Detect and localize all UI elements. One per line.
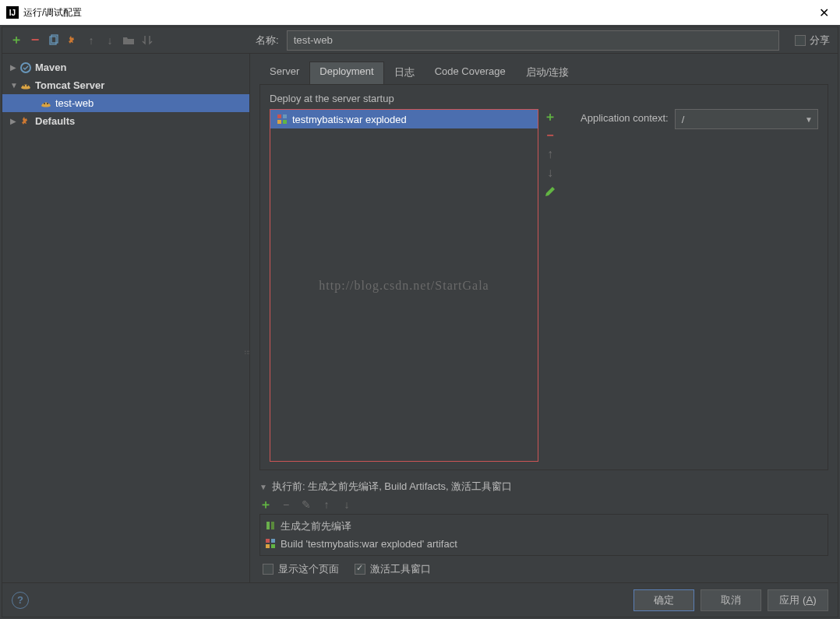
task-list: 生成之前先编译 Build 'testmybatis:war exploded'… <box>259 514 828 556</box>
config-details: Server Deployment 日志 Code Coverage 启动/连接… <box>250 54 838 582</box>
apply-button[interactable]: 应用 (A) <box>768 589 828 611</box>
svg-rect-11 <box>266 522 270 529</box>
tree-label: Defaults <box>35 115 75 127</box>
context-label: Application context: <box>581 109 669 124</box>
watermark-text: http://blog.csdn.net/StartGala <box>319 279 489 293</box>
apply-suffix: ) <box>813 594 816 606</box>
svg-point-6 <box>47 103 48 104</box>
tree-label: Tomcat Server <box>35 79 104 91</box>
expand-icon: ▶ <box>10 63 19 72</box>
config-tree: ▶ Maven ▼ Tomcat Server <box>2 54 250 582</box>
activate-tool-checkbox[interactable]: 激活工具窗口 <box>355 562 431 576</box>
checkbox-checked-icon <box>355 564 365 575</box>
share-checkbox[interactable]: 分享 <box>795 33 830 47</box>
close-icon[interactable]: ✕ <box>814 5 834 20</box>
activate-tool-label: 激活工具窗口 <box>370 562 431 576</box>
copy-config-icon[interactable] <box>48 34 60 47</box>
tab-deployment[interactable]: Deployment <box>309 62 383 84</box>
artifact-up-icon[interactable]: ↑ <box>544 148 556 160</box>
share-label: 分享 <box>810 33 830 47</box>
tab-logs[interactable]: 日志 <box>384 62 425 84</box>
edit-task-icon[interactable]: ✎ <box>300 498 312 511</box>
task-down-icon[interactable]: ↓ <box>341 498 353 511</box>
collapse-icon: ▼ <box>259 483 267 491</box>
svg-rect-8 <box>283 114 287 118</box>
artifact-icon <box>265 538 276 549</box>
svg-rect-10 <box>283 120 287 124</box>
artifact-icon <box>277 114 288 125</box>
name-label: 名称: <box>256 33 279 47</box>
before-launch-header[interactable]: ▼ 执行前: 生成之前先编译, Build Artifacts, 激活工具窗口 <box>259 480 828 494</box>
ok-button[interactable]: 确定 <box>634 589 694 611</box>
cancel-button[interactable]: 取消 <box>701 589 761 611</box>
tab-startup[interactable]: 启动/连接 <box>516 62 580 84</box>
task-up-icon[interactable]: ↑ <box>320 498 333 511</box>
settings-icon[interactable] <box>66 34 79 47</box>
svg-rect-15 <box>266 544 270 548</box>
name-input[interactable] <box>287 30 779 51</box>
move-up-icon[interactable]: ↑ <box>85 34 97 47</box>
svg-rect-7 <box>277 114 281 118</box>
svg-rect-16 <box>271 544 275 548</box>
artifact-item[interactable]: testmybatis:war exploded <box>270 110 538 128</box>
task-row[interactable]: Build 'testmybatis:war exploded' artifac… <box>260 535 828 552</box>
move-down-icon[interactable]: ↓ <box>104 34 116 47</box>
before-launch-section: ▼ 执行前: 生成之前先编译, Build Artifacts, 激活工具窗口 … <box>259 480 828 582</box>
splitter-handle[interactable]: ⠿ <box>242 350 250 355</box>
tabs: Server Deployment 日志 Code Coverage 启动/连接 <box>259 62 828 85</box>
context-value: / <box>682 114 685 125</box>
task-row[interactable]: 生成之前先编译 <box>260 518 828 535</box>
task-label: 生成之前先编译 <box>281 519 351 533</box>
expand-icon: ▶ <box>10 117 19 125</box>
window-title: 运行/调试配置 <box>23 6 814 19</box>
collapse-icon: ▼ <box>10 81 19 90</box>
tomcat-icon <box>40 97 52 110</box>
svg-point-5 <box>44 103 45 104</box>
tree-label: Maven <box>35 62 66 73</box>
tab-server[interactable]: Server <box>259 62 309 84</box>
toolbar: ＋ − ↑ ↓ 名称: <box>2 27 838 54</box>
deploy-section-label: Deploy at the server startup <box>270 93 818 104</box>
sort-icon[interactable] <box>141 34 154 47</box>
svg-point-3 <box>23 85 25 86</box>
folder-icon[interactable] <box>122 34 135 47</box>
svg-rect-14 <box>271 539 275 543</box>
deployment-panel: Deploy at the server startup testmybatis… <box>259 85 828 470</box>
svg-point-4 <box>26 85 28 86</box>
before-launch-title: 执行前: 生成之前先编译, Build Artifacts, 激活工具窗口 <box>272 480 512 494</box>
checkbox-icon <box>263 564 274 575</box>
help-icon[interactable]: ? <box>12 592 29 609</box>
app-icon: IJ <box>6 6 19 19</box>
tab-coverage[interactable]: Code Coverage <box>425 62 516 84</box>
maven-icon <box>19 62 32 74</box>
footer: ? 确定 取消 应用 (A) <box>2 582 838 617</box>
tree-node-maven[interactable]: ▶ Maven <box>2 58 249 76</box>
tree-node-defaults[interactable]: ▶ Defaults <box>2 112 249 130</box>
apply-mnemonic: A <box>806 594 813 606</box>
artifact-label: testmybatis:war exploded <box>292 114 407 125</box>
tree-node-testweb[interactable]: test-web <box>2 94 249 112</box>
svg-rect-12 <box>271 522 274 529</box>
artifact-tools: ＋ − ↑ ↓ <box>542 109 559 462</box>
task-label: Build 'testmybatis:war exploded' artifac… <box>281 538 457 550</box>
edit-artifact-icon[interactable] <box>544 185 556 198</box>
remove-artifact-icon[interactable]: − <box>544 129 556 142</box>
show-page-checkbox[interactable]: 显示这个页面 <box>263 562 339 576</box>
apply-prefix: 应用 ( <box>779 593 806 607</box>
add-config-icon[interactable]: ＋ <box>10 34 23 47</box>
artifact-down-icon[interactable]: ↓ <box>544 167 556 179</box>
tomcat-icon <box>19 79 32 92</box>
wrench-icon <box>19 115 32 128</box>
remove-task-icon[interactable]: − <box>280 498 292 511</box>
add-artifact-icon[interactable]: ＋ <box>544 111 556 123</box>
chevron-down-icon: ▼ <box>805 115 813 124</box>
add-task-icon[interactable]: ＋ <box>259 498 272 511</box>
context-select[interactable]: / ▼ <box>675 109 818 129</box>
artifact-list[interactable]: testmybatis:war exploded http://blog.csd… <box>270 109 538 462</box>
tree-label: test-web <box>55 97 94 109</box>
tree-node-tomcat[interactable]: ▼ Tomcat Server <box>2 76 249 94</box>
svg-rect-9 <box>277 120 281 124</box>
titlebar: IJ 运行/调试配置 ✕ <box>0 0 840 25</box>
svg-rect-13 <box>266 539 270 543</box>
remove-config-icon[interactable]: − <box>29 34 41 47</box>
